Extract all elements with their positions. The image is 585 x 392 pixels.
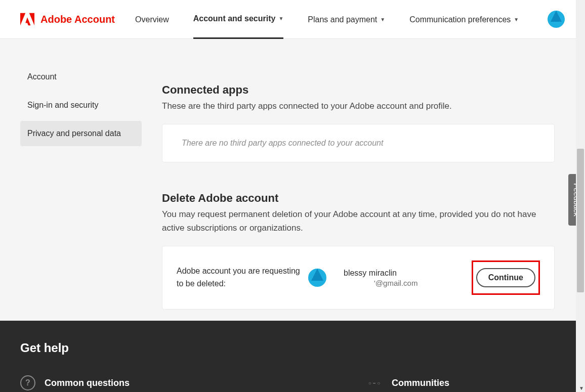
connected-apps-title: Connected apps xyxy=(162,83,555,97)
footer-title: Get help xyxy=(20,341,556,355)
continue-button[interactable]: Continue xyxy=(476,268,535,287)
nav-communication-preferences[interactable]: Communication preferences▼ xyxy=(409,0,519,39)
adobe-logo-icon xyxy=(20,13,34,26)
connected-apps-card: There are no third party apps connected … xyxy=(162,124,555,162)
sidebar-item-privacy[interactable]: Privacy and personal data xyxy=(20,121,142,146)
sidebar-item-account[interactable]: Account xyxy=(20,64,142,90)
delete-user-name: blessy miraclin xyxy=(344,269,465,278)
sidebar-item-signin-security[interactable]: Sign-in and security xyxy=(20,93,142,118)
brand-text: Adobe Account xyxy=(40,14,115,25)
content-area: Connected apps These are the third party… xyxy=(142,54,585,310)
footer-col-label: Communities xyxy=(392,378,449,388)
continue-highlight-box: Continue xyxy=(472,260,540,295)
footer-common-questions[interactable]: ? Common questions xyxy=(20,375,130,390)
delete-account-title: Delete Adobe account xyxy=(162,192,555,205)
nav-plans-payment[interactable]: Plans and payment▼ xyxy=(308,0,385,39)
scrollbar-down-arrow[interactable]: ▼ xyxy=(579,385,584,391)
nav-overview[interactable]: Overview xyxy=(135,0,169,39)
delete-request-label: Adobe account you are requesting to be d… xyxy=(177,265,301,290)
delete-account-description: You may request permanent deletion of yo… xyxy=(162,208,555,235)
vertical-scrollbar[interactable]: ▼ xyxy=(576,0,585,392)
sidebar: Account Sign-in and security Privacy and… xyxy=(0,54,142,310)
primary-nav: Overview Account and security▼ Plans and… xyxy=(135,0,548,39)
footer: Get help ? Common questions ○–○ Communit… xyxy=(0,321,576,392)
main-area: Account Sign-in and security Privacy and… xyxy=(0,39,585,310)
top-header: Adobe Account Overview Account and secur… xyxy=(0,0,585,39)
footer-communities[interactable]: ○–○ Communities xyxy=(367,375,449,390)
scrollbar-thumb[interactable] xyxy=(577,149,584,292)
delete-account-card: Adobe account you are requesting to be d… xyxy=(162,246,555,310)
brand-logo[interactable]: Adobe Account xyxy=(20,13,115,26)
connected-apps-description: These are the third party apps connected… xyxy=(162,100,555,113)
communities-icon: ○–○ xyxy=(367,375,383,390)
footer-col-label: Common questions xyxy=(45,378,130,388)
connected-apps-empty-message: There are no third party apps connected … xyxy=(182,139,535,148)
delete-user-avatar xyxy=(308,269,326,287)
nav-account-security[interactable]: Account and security▼ xyxy=(193,0,284,39)
user-avatar[interactable] xyxy=(548,11,565,28)
chevron-down-icon: ▼ xyxy=(278,0,283,38)
question-icon: ? xyxy=(20,375,35,390)
chevron-down-icon: ▼ xyxy=(380,0,385,39)
delete-user-email: '@gmail.com xyxy=(344,279,465,287)
delete-user-info: blessy miraclin '@gmail.com xyxy=(333,269,465,287)
chevron-down-icon: ▼ xyxy=(514,0,519,39)
footer-columns: ? Common questions ○–○ Communities xyxy=(20,375,556,390)
